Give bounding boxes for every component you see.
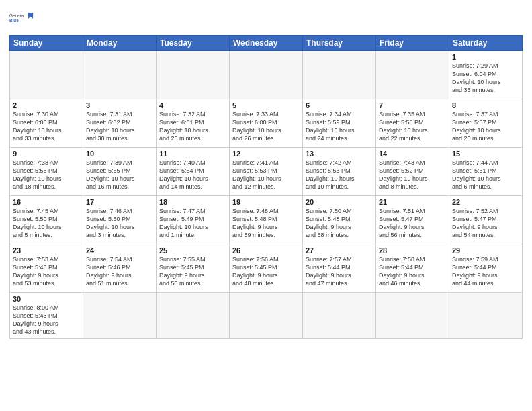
day-info: Sunrise: 7:59 AM Sunset: 5:44 PM Dayligh… [452,255,519,288]
day-info: Sunrise: 7:51 AM Sunset: 5:47 PM Dayligh… [379,207,446,240]
calendar-cell: 16Sunrise: 7:45 AM Sunset: 5:50 PM Dayli… [10,196,83,244]
calendar-cell: 28Sunrise: 7:58 AM Sunset: 5:44 PM Dayli… [376,244,449,293]
calendar-cell [230,51,303,99]
day-number: 2 [13,101,80,109]
day-info: Sunrise: 7:33 AM Sunset: 6:00 PM Dayligh… [232,110,300,143]
day-number: 12 [232,150,300,158]
day-header-wednesday: Wednesday [230,36,303,51]
calendar-cell: 27Sunrise: 7:57 AM Sunset: 5:44 PM Dayli… [303,244,376,293]
logo: General Blue [9,7,34,31]
day-number: 7 [379,101,446,109]
calendar-cell: 30Sunrise: 8:00 AM Sunset: 5:43 PM Dayli… [10,293,83,339]
day-number: 9 [13,150,80,158]
day-header-tuesday: Tuesday [157,36,230,51]
day-number: 29 [452,246,519,255]
day-info: Sunrise: 7:38 AM Sunset: 5:56 PM Dayligh… [13,158,80,191]
day-info: Sunrise: 7:39 AM Sunset: 5:55 PM Dayligh… [86,158,153,191]
calendar-cell [376,293,449,339]
day-info: Sunrise: 7:31 AM Sunset: 6:02 PM Dayligh… [86,110,153,143]
calendar-week-2: 2Sunrise: 7:30 AM Sunset: 6:03 PM Daylig… [10,99,523,148]
calendar-cell [157,293,230,339]
day-header-friday: Friday [376,36,449,51]
day-info: Sunrise: 7:53 AM Sunset: 5:46 PM Dayligh… [13,255,80,288]
calendar-cell [376,51,449,99]
day-number: 28 [379,246,446,255]
calendar-cell [303,51,376,99]
calendar-week-6: 30Sunrise: 8:00 AM Sunset: 5:43 PM Dayli… [10,293,523,339]
day-number: 6 [306,101,373,109]
svg-text:General: General [9,13,24,18]
day-info: Sunrise: 7:45 AM Sunset: 5:50 PM Dayligh… [13,207,80,240]
calendar-cell: 14Sunrise: 7:43 AM Sunset: 5:52 PM Dayli… [376,148,449,196]
day-number: 13 [306,150,373,158]
day-number: 4 [159,101,226,109]
calendar-cell: 22Sunrise: 7:52 AM Sunset: 5:47 PM Dayli… [449,196,523,244]
calendar-cell: 21Sunrise: 7:51 AM Sunset: 5:47 PM Dayli… [376,196,449,244]
day-info: Sunrise: 7:54 AM Sunset: 5:46 PM Dayligh… [86,255,153,288]
day-number: 25 [159,246,226,255]
day-number: 17 [86,198,153,206]
day-number: 30 [13,295,80,303]
day-number: 21 [379,198,446,206]
calendar-cell: 17Sunrise: 7:46 AM Sunset: 5:50 PM Dayli… [83,196,157,244]
calendar-cell: 11Sunrise: 7:40 AM Sunset: 5:54 PM Dayli… [157,148,230,196]
day-info: Sunrise: 7:44 AM Sunset: 5:51 PM Dayligh… [452,158,519,191]
calendar-cell [83,51,157,99]
day-info: Sunrise: 7:56 AM Sunset: 5:45 PM Dayligh… [232,255,300,288]
calendar-cell: 24Sunrise: 7:54 AM Sunset: 5:46 PM Dayli… [83,244,157,293]
calendar-cell: 13Sunrise: 7:42 AM Sunset: 5:53 PM Dayli… [303,148,376,196]
calendar-cell: 18Sunrise: 7:47 AM Sunset: 5:49 PM Dayli… [157,196,230,244]
calendar-cell [303,293,376,339]
day-number: 20 [306,198,373,206]
day-number: 22 [452,198,519,206]
day-info: Sunrise: 7:41 AM Sunset: 5:53 PM Dayligh… [232,158,300,191]
day-info: Sunrise: 7:55 AM Sunset: 5:45 PM Dayligh… [159,255,226,288]
day-number: 19 [232,198,300,206]
svg-text:Blue: Blue [9,18,19,23]
day-info: Sunrise: 7:50 AM Sunset: 5:48 PM Dayligh… [306,207,373,240]
day-number: 5 [232,101,300,109]
day-info: Sunrise: 7:32 AM Sunset: 6:01 PM Dayligh… [159,110,226,143]
header: General Blue [9,7,523,31]
calendar-cell: 10Sunrise: 7:39 AM Sunset: 5:55 PM Dayli… [83,148,157,196]
day-number: 11 [159,150,226,158]
calendar-cell: 29Sunrise: 7:59 AM Sunset: 5:44 PM Dayli… [449,244,523,293]
day-info: Sunrise: 7:37 AM Sunset: 5:57 PM Dayligh… [452,110,519,143]
day-info: Sunrise: 7:35 AM Sunset: 5:58 PM Dayligh… [379,110,446,143]
page: General Blue SundayMondayTuesdayWednesda… [0,0,532,411]
day-info: Sunrise: 7:43 AM Sunset: 5:52 PM Dayligh… [379,158,446,191]
day-info: Sunrise: 7:29 AM Sunset: 6:04 PM Dayligh… [452,62,519,95]
day-header-thursday: Thursday [303,36,376,51]
day-info: Sunrise: 7:30 AM Sunset: 6:03 PM Dayligh… [13,110,80,143]
day-number: 26 [232,246,300,255]
day-header-sunday: Sunday [10,36,83,51]
day-number: 15 [452,150,519,158]
day-number: 10 [86,150,153,158]
calendar-cell: 26Sunrise: 7:56 AM Sunset: 5:45 PM Dayli… [230,244,303,293]
calendar-cell: 4Sunrise: 7:32 AM Sunset: 6:01 PM Daylig… [157,99,230,148]
calendar-cell [10,51,83,99]
svg-marker-2 [28,13,33,19]
calendar-cell: 3Sunrise: 7:31 AM Sunset: 6:02 PM Daylig… [83,99,157,148]
day-number: 14 [379,150,446,158]
day-number: 8 [452,101,519,109]
calendar-week-1: 1Sunrise: 7:29 AM Sunset: 6:04 PM Daylig… [10,51,523,99]
calendar-cell: 23Sunrise: 7:53 AM Sunset: 5:46 PM Dayli… [10,244,83,293]
calendar-cell: 25Sunrise: 7:55 AM Sunset: 5:45 PM Dayli… [157,244,230,293]
day-info: Sunrise: 7:52 AM Sunset: 5:47 PM Dayligh… [452,207,519,240]
calendar-cell: 19Sunrise: 7:48 AM Sunset: 5:48 PM Dayli… [230,196,303,244]
calendar-cell [83,293,157,339]
calendar-cell: 2Sunrise: 7:30 AM Sunset: 6:03 PM Daylig… [10,99,83,148]
calendar-cell: 12Sunrise: 7:41 AM Sunset: 5:53 PM Dayli… [230,148,303,196]
day-number: 23 [13,246,80,255]
calendar-week-3: 9Sunrise: 7:38 AM Sunset: 5:56 PM Daylig… [10,148,523,196]
calendar-cell: 1Sunrise: 7:29 AM Sunset: 6:04 PM Daylig… [449,51,523,99]
day-info: Sunrise: 7:46 AM Sunset: 5:50 PM Dayligh… [86,207,153,240]
calendar-week-4: 16Sunrise: 7:45 AM Sunset: 5:50 PM Dayli… [10,196,523,244]
calendar-week-5: 23Sunrise: 7:53 AM Sunset: 5:46 PM Dayli… [10,244,523,293]
calendar: SundayMondayTuesdayWednesdayThursdayFrid… [9,35,523,339]
day-info: Sunrise: 7:58 AM Sunset: 5:44 PM Dayligh… [379,255,446,288]
day-number: 3 [86,101,153,109]
calendar-cell: 15Sunrise: 7:44 AM Sunset: 5:51 PM Dayli… [449,148,523,196]
days-header-row: SundayMondayTuesdayWednesdayThursdayFrid… [10,36,523,51]
